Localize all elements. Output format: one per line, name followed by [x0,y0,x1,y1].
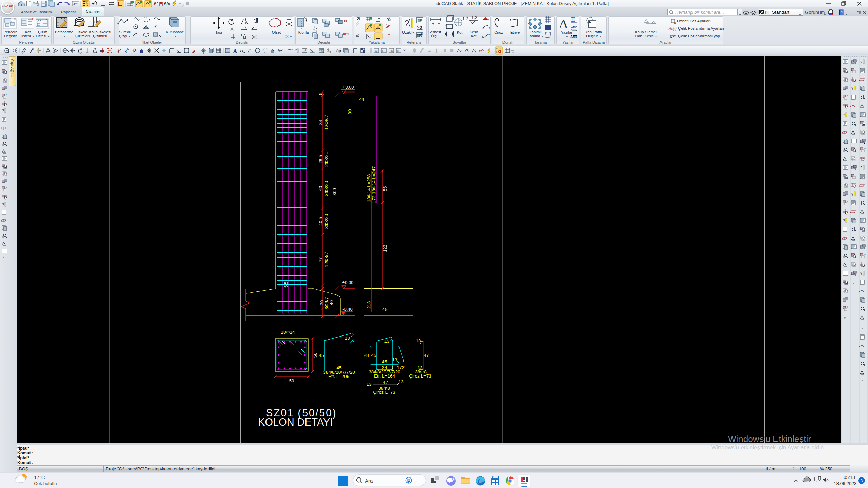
svg-text:3: 3 [861,479,863,483]
